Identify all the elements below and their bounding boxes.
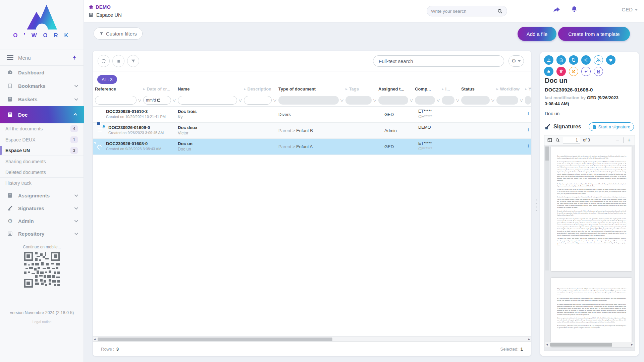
filter-funnel-icon[interactable] [437, 98, 440, 103]
scrollbar-thumb[interactable] [545, 146, 549, 161]
filter-reference-input[interactable] [95, 96, 137, 105]
notifications-bell-icon[interactable] [570, 5, 578, 13]
sidebar-item-deleted-documents[interactable]: Deleted documents [0, 167, 84, 178]
filter-company-select[interactable] [415, 96, 435, 105]
zoom-out-button[interactable]: − [614, 137, 620, 143]
sidebar-item-admin[interactable]: ⚙ Admin [0, 215, 84, 227]
filter-workflow-select[interactable] [496, 96, 518, 105]
create-from-template-button[interactable]: Create from a template [558, 27, 630, 41]
custom-filters-button[interactable]: Custom filters [94, 27, 143, 40]
sub-item-label: Espace DEUX [5, 137, 35, 142]
filter-i-select[interactable] [442, 96, 454, 105]
table-row-doc-un-selected[interactable]: DOC230926-01608-0 Created on 9/26/2023 3… [93, 139, 531, 155]
column-header-y[interactable]: Y... [525, 84, 531, 94]
scroll-left-arrow[interactable]: ◂ [94, 337, 96, 341]
column-header-workflow[interactable]: Workflow [496, 84, 525, 94]
column-header-type[interactable]: Type of document [278, 84, 345, 94]
add-file-button[interactable]: Add a file [518, 27, 556, 41]
pin-icon[interactable] [72, 55, 77, 60]
pdf-sidebar-toggle-icon[interactable] [547, 137, 552, 143]
fulltext-search-input[interactable] [379, 58, 498, 64]
filter-funnel-icon[interactable] [173, 98, 176, 103]
sidebar-item-espace-deux[interactable]: Espace DEUX 1 [0, 134, 84, 145]
sidebar-item-doc[interactable]: Doc [0, 106, 84, 123]
zoom-in-button[interactable]: + [626, 137, 632, 143]
return-button[interactable] [581, 67, 591, 76]
favorite-button[interactable] [606, 55, 615, 65]
column-header-reference[interactable]: Reference [95, 84, 143, 94]
column-header-assigned[interactable]: Assigned t... [378, 84, 415, 94]
filter-y-select[interactable] [525, 96, 531, 105]
refresh-button[interactable] [98, 55, 110, 67]
assign-users-button[interactable] [594, 55, 603, 65]
filter-tags-select[interactable] [345, 96, 372, 105]
delete-button[interactable] [556, 67, 566, 76]
filter-funnel-icon[interactable] [491, 98, 494, 103]
legal-notice-link[interactable]: Legal notice [0, 320, 84, 324]
sidebar-item-sharing-documents[interactable]: Sharing documents [0, 156, 84, 167]
filter-funnel-icon[interactable] [273, 98, 276, 103]
table-row-doc-deux[interactable]: DOC230926-01609-0 Created on 9/26/2023 3… [93, 123, 531, 139]
external-link-button[interactable] [569, 67, 578, 76]
scroll-right-arrow[interactable]: ▸ [631, 343, 633, 346]
sidebar-item-history-track[interactable]: History track [0, 178, 84, 188]
column-header-name[interactable]: Name [178, 84, 244, 94]
stamp-button[interactable] [544, 67, 553, 76]
start-signature-button[interactable]: Start a signature [589, 122, 634, 131]
filter-funnel-icon[interactable] [520, 98, 523, 103]
hamburger-icon[interactable] [7, 55, 13, 60]
user-menu[interactable]: GED [616, 7, 638, 12]
sidebar-item-repository[interactable]: Repository [0, 227, 84, 240]
copy-button[interactable] [569, 55, 578, 65]
columns-button[interactable] [112, 55, 124, 67]
column-header-status[interactable]: Status [461, 84, 496, 94]
filter-description-input[interactable] [244, 96, 272, 105]
breadcrumb-home[interactable]: DEMO [89, 4, 111, 10]
pdf-search-icon[interactable] [555, 138, 560, 143]
column-header-i[interactable]: I... [442, 84, 461, 94]
pdf-page-input[interactable] [563, 137, 580, 144]
download-button[interactable] [544, 55, 553, 65]
document-properties-button[interactable] [594, 67, 603, 76]
filter-name-input[interactable] [178, 96, 237, 105]
sidebar-item-signatures[interactable]: Signatures [0, 202, 84, 215]
sidebar-item-all-documents[interactable]: All the documents 4 [0, 123, 84, 134]
filter-date-input[interactable]: mm/d [143, 96, 171, 105]
panel-resize-handle[interactable] [535, 199, 537, 211]
table-row-doc-trois[interactable]: DOC230926-01610-3 Created on 10/29/2024 … [93, 107, 531, 123]
filter-type-select[interactable] [278, 96, 339, 105]
filter-funnel-icon[interactable] [456, 98, 459, 103]
search-icon[interactable] [497, 8, 503, 14]
global-search-input[interactable] [431, 9, 497, 14]
column-header-company[interactable]: Comp... [415, 84, 442, 94]
share-icon[interactable] [552, 5, 561, 14]
sidebar-item-assignments[interactable]: Assignments [0, 189, 84, 202]
column-header-description[interactable]: Description [244, 84, 278, 94]
filter-button[interactable] [127, 55, 139, 67]
table-horizontal-scrollbar[interactable]: ◂ ▸ [93, 336, 531, 342]
filter-status-select[interactable] [461, 96, 490, 105]
column-header-tags[interactable]: Tags [345, 84, 378, 94]
sidebar-item-espace-un[interactable]: Espace UN 3 [0, 145, 84, 156]
filter-funnel-icon[interactable] [373, 98, 376, 103]
filter-funnel-icon[interactable] [239, 98, 242, 103]
scroll-right-arrow[interactable]: ▸ [528, 337, 530, 341]
filter-funnel-icon[interactable] [410, 98, 413, 103]
sidebar-item-dashboard[interactable]: Dashboard [0, 66, 84, 79]
filter-chip-all[interactable]: All : 3 [97, 75, 117, 84]
table-settings-button[interactable] [508, 55, 524, 67]
pdf-vertical-scrollbar[interactable] [545, 146, 549, 270]
pdf-horizontal-scrollbar[interactable]: ◂ ▸ [545, 342, 634, 347]
sidebar-item-baskets[interactable]: Baskets [0, 93, 84, 106]
filter-funnel-icon[interactable] [340, 98, 343, 103]
filter-funnel-icon[interactable] [138, 98, 141, 103]
filter-assigned-select[interactable] [378, 96, 408, 105]
column-header-date[interactable]: Date of cr... [143, 84, 178, 94]
scrollbar-thumb[interactable] [550, 343, 612, 347]
pdf-preview-area[interactable]: Il y a aujourd'hui trois cent quarante-h… [544, 145, 635, 351]
new-version-button[interactable] [556, 55, 566, 65]
sidebar-item-bookmarks[interactable]: Bookmarks [0, 79, 84, 93]
share-button[interactable] [581, 55, 591, 65]
scroll-left-arrow[interactable]: ◂ [546, 343, 548, 346]
scrollbar-thumb[interactable] [98, 338, 332, 341]
